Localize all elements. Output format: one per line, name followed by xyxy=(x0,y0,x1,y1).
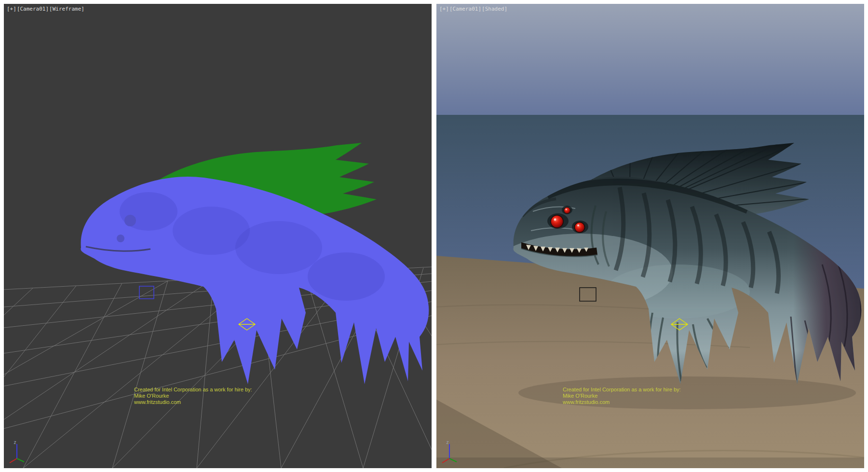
world-axis-tripod: z xyxy=(440,439,462,465)
viewport-label: [+][Camera01][Shaded] xyxy=(439,6,508,12)
viewport-menu-shading[interactable]: [Shaded] xyxy=(482,6,507,12)
3ds-max-viewport-area: [+][Camera01][Wireframe] Created for Int… xyxy=(0,0,868,472)
annotation-text: Created for Intel Corporation as a work … xyxy=(134,387,252,405)
fish-eye-spot xyxy=(124,215,136,226)
viewport-menu-general[interactable]: [+] xyxy=(7,6,16,12)
fish-eye xyxy=(551,215,563,228)
fish-eye-spot xyxy=(117,235,124,242)
viewport-menu-pov[interactable]: [Camera01] xyxy=(449,6,481,12)
fish-model-wireframe[interactable] xyxy=(81,143,429,384)
viewport-menu-pov[interactable]: [Camera01] xyxy=(17,6,49,12)
annotation-line-3: www.fritzstudio.com xyxy=(134,399,252,405)
axis-z-label: z xyxy=(14,440,16,445)
annotation-line-3: www.fritzstudio.com xyxy=(563,399,681,405)
annotation-line-1: Created for Intel Corporation as a work … xyxy=(134,387,252,393)
axis-z-label: z xyxy=(446,440,449,445)
world-axis-tripod: z xyxy=(8,439,30,465)
annotation-text: Created for Intel Corporation as a work … xyxy=(563,387,681,405)
annotation-line-1: Created for Intel Corporation as a work … xyxy=(563,387,681,393)
viewport-wireframe[interactable]: [+][Camera01][Wireframe] Created for Int… xyxy=(4,4,432,468)
viewport-shaded[interactable]: [+][Camera01][Shaded] Created for Intel … xyxy=(436,4,864,468)
viewport-menu-general[interactable]: [+] xyxy=(439,6,449,12)
fish-eye xyxy=(564,208,570,214)
helper-box[interactable] xyxy=(139,286,154,299)
viewport-menu-shading[interactable]: [Wireframe] xyxy=(49,6,84,12)
annotation-line-2: Mike O'Rourke xyxy=(563,393,681,399)
annotation-line-2: Mike O'Rourke xyxy=(134,393,252,399)
sky xyxy=(436,4,864,116)
viewport-label: [+][Camera01][Wireframe] xyxy=(7,6,85,12)
fish-eye xyxy=(575,222,585,233)
